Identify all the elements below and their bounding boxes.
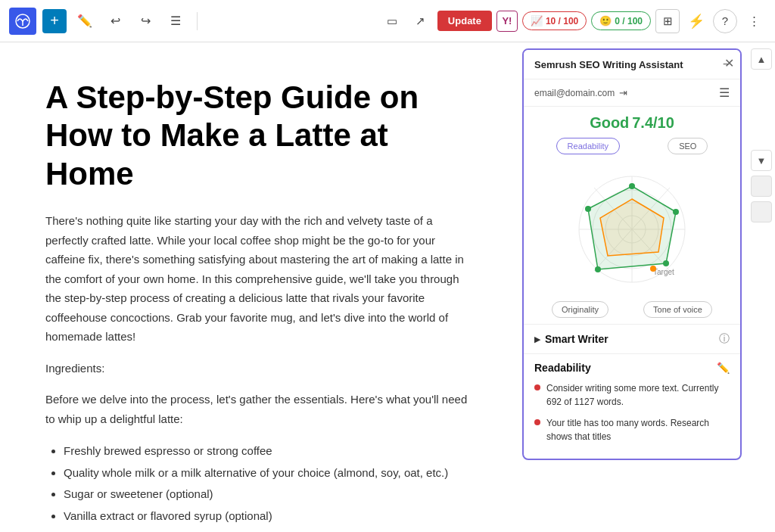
add-block-button[interactable]: + — [42, 9, 67, 33]
right-mini-toolbar: ▲ ▼ — [748, 42, 775, 229]
readability-item-1: Consider writing some more text. Current… — [534, 381, 730, 409]
readability-icon: 🙂 — [599, 15, 612, 26]
toolbar-right: ▭ ↗ Update Y! 📈 10 / 100 🙂 0 / 100 ⊞ ⚡ ?… — [380, 9, 766, 33]
editor-area: A Step-by-Step Guide on How to Make a La… — [0, 42, 522, 532]
panel-menu-icon[interactable]: ☰ — [719, 86, 730, 100]
tone-of-voice-label[interactable]: Tone of voice — [643, 301, 712, 318]
bolt-button[interactable]: ⚡ — [684, 9, 708, 33]
list-item: Vanilla extract or flavored syrup (optio… — [64, 506, 477, 527]
readability-section: Readability ✏️ Consider writing some mor… — [524, 354, 740, 459]
scroll-up-button[interactable]: ▲ — [751, 48, 772, 70]
seo-panel: Semrush SEO Writing Assistant − ✕ email@… — [522, 48, 742, 460]
readability-item-2: Your title has too many words. Research … — [534, 416, 730, 443]
scroll-down-button[interactable]: ▼ — [751, 150, 772, 171]
readability-text-2: Your title has too many words. Research … — [546, 416, 730, 443]
overall-score-label: Good 7.4/10 — [534, 114, 730, 132]
svg-point-17 — [650, 266, 656, 272]
list-item: Sugar or sweetener (optional) — [64, 484, 477, 506]
readability-text-1: Consider writing some more text. Current… — [546, 381, 730, 409]
separator — [197, 12, 198, 30]
readability-score-badge[interactable]: 🙂 0 / 100 — [591, 11, 651, 30]
panel-scroll-area: email@domain.com ⇥ ☰ Good 7.4/10 Readabi… — [524, 79, 740, 459]
article-intro: There's nothing quite like starting your… — [45, 211, 477, 347]
seo-score-value: 10 / 100 — [546, 16, 578, 26]
smart-writer-title: Smart Writer — [545, 333, 714, 345]
side-action-1[interactable] — [751, 176, 772, 197]
readability-header: Readability ✏️ — [534, 362, 730, 374]
ingredients-intro: Before we delve into the process, let's … — [45, 390, 477, 428]
side-action-2[interactable] — [751, 201, 772, 222]
red-dot-icon — [534, 384, 540, 390]
svg-point-12 — [629, 183, 635, 189]
tab-readability[interactable]: Readability — [556, 138, 620, 154]
smart-writer-chevron-icon: ▶ — [534, 334, 540, 344]
smart-writer-info-icon[interactable]: ⓘ — [719, 332, 730, 346]
score-section: Good 7.4/10 — [524, 107, 740, 135]
readability-score-value: 0 / 100 — [615, 16, 643, 26]
tab-seo[interactable]: SEO — [668, 138, 708, 154]
list-view-button[interactable]: ☰ — [163, 9, 188, 33]
bottom-labels: Originality Tone of voice — [524, 301, 740, 324]
svg-text:Target: Target — [653, 268, 674, 276]
panel-close-button[interactable]: ✕ — [724, 56, 734, 70]
undo-button[interactable]: ↩ — [103, 9, 127, 33]
score-trend-icon: 📈 — [531, 15, 543, 26]
readability-edit-icon[interactable]: ✏️ — [717, 362, 730, 374]
panel-header: Semrush SEO Writing Assistant − ✕ — [524, 50, 740, 79]
help-button[interactable]: ? — [713, 9, 737, 33]
preview-desktop-button[interactable]: ▭ — [380, 9, 404, 33]
red-dot-icon-2 — [534, 419, 540, 425]
smart-writer-section: ▶ Smart Writer ⓘ — [524, 324, 740, 354]
redo-button[interactable]: ↪ — [133, 9, 157, 33]
list-item: Freshly brewed espresso or strong coffee — [64, 440, 477, 462]
svg-point-16 — [585, 206, 591, 212]
main-toolbar: + ✏️ ↩ ↪ ☰ ▭ ↗ Update Y! 📈 10 / 100 🙂 0 … — [0, 0, 775, 42]
logout-icon[interactable]: ⇥ — [619, 87, 627, 98]
svg-point-13 — [673, 209, 679, 215]
more-options-button[interactable]: ⋮ — [742, 9, 766, 33]
article-title: A Step-by-Step Guide on How to Make a La… — [45, 79, 477, 193]
seo-score-badge[interactable]: 📈 10 / 100 — [522, 11, 587, 30]
list-item: Quality whole milk or a milk alternative… — [64, 462, 477, 484]
radar-chart: Target — [549, 157, 715, 301]
external-link-button[interactable]: ↗ — [409, 9, 433, 33]
readability-title: Readability — [534, 362, 591, 374]
svg-point-15 — [595, 266, 601, 272]
originality-label[interactable]: Originality — [552, 301, 608, 318]
svg-point-14 — [663, 260, 669, 266]
ingredients-list: Freshly brewed espresso or strong coffee… — [64, 440, 477, 527]
ingredients-heading: Ingredients: — [45, 359, 477, 378]
edit-tool-button[interactable]: ✏️ — [73, 9, 97, 33]
layout-button[interactable]: ⊞ — [655, 9, 680, 33]
panel-wrapper: Semrush SEO Writing Assistant − ✕ email@… — [522, 42, 775, 532]
panel-user-row: email@domain.com ⇥ ☰ — [524, 79, 740, 107]
main-area: A Step-by-Step Guide on How to Make a La… — [0, 42, 775, 532]
wordpress-logo[interactable] — [9, 8, 36, 35]
user-email: email@domain.com — [534, 88, 615, 98]
yoast-icon-button[interactable]: Y! — [496, 11, 518, 32]
tab-row: Readability SEO — [524, 135, 740, 157]
update-button[interactable]: Update — [437, 11, 492, 31]
panel-title: Semrush SEO Writing Assistant — [534, 59, 683, 70]
